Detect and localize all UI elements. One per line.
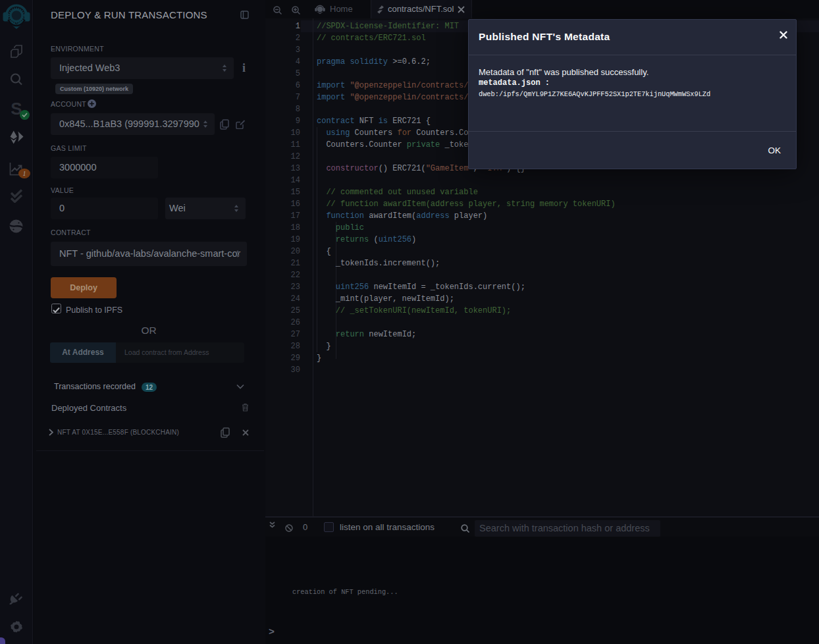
svg-text:1: 1 (23, 170, 26, 177)
